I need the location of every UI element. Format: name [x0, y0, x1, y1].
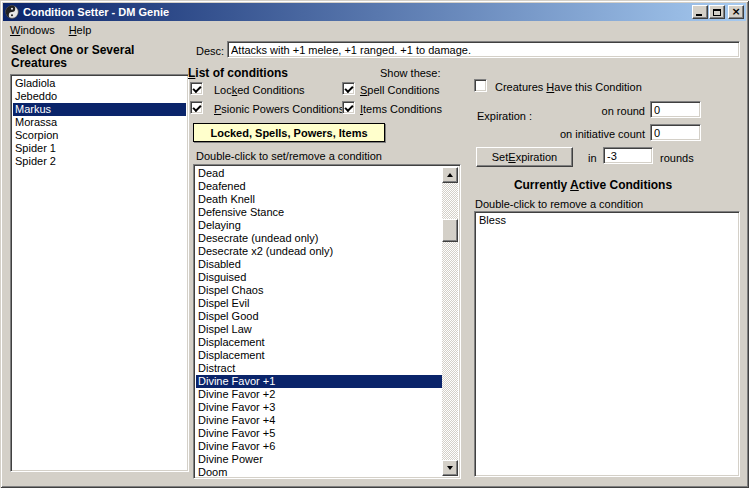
creature-list-item[interactable]: Markus: [13, 103, 186, 116]
desc-label: Desc:: [196, 45, 224, 57]
active-conditions-listbox[interactable]: Bless: [474, 211, 740, 477]
spell-conditions-label[interactable]: Spell Conditions: [360, 84, 440, 96]
psionic-powers-label[interactable]: Psionic Powers Conditions: [214, 103, 344, 115]
condition-list-item[interactable]: Defensive Stance: [196, 206, 442, 219]
menu-item-windows[interactable]: Windows: [3, 22, 62, 38]
scrollbar-thumb[interactable]: [442, 219, 458, 242]
condition-list-item[interactable]: Displacement: [196, 349, 442, 362]
scroll-up-button[interactable]: [442, 167, 458, 183]
condition-list-item[interactable]: Dispel Chaos: [196, 284, 442, 297]
creatures-listbox[interactable]: GladiolaJebeddoMarkusMorassaScorpionSpid…: [10, 74, 189, 472]
in-label: in: [588, 152, 597, 164]
maximize-icon: [713, 9, 721, 16]
condition-list-item[interactable]: Desecrate (undead only): [196, 232, 442, 245]
list-of-conditions-heading: List of conditions: [188, 67, 288, 79]
creature-list-item[interactable]: Spider 2: [13, 155, 186, 168]
maximize-button[interactable]: [709, 5, 725, 19]
locked-spells-powers-items-button[interactable]: Locked, Spells, Powers, Items: [193, 123, 385, 142]
condition-list-item[interactable]: Disguised: [196, 271, 442, 284]
scroll-up-icon: [447, 173, 453, 177]
condition-list-item[interactable]: Dispel Evil: [196, 297, 442, 310]
items-conditions-checkbox[interactable]: [342, 101, 355, 114]
on-round-input[interactable]: [650, 101, 701, 118]
creature-list-item[interactable]: Gladiola: [13, 77, 186, 90]
condition-list-item[interactable]: Divine Favor +3: [196, 401, 442, 414]
on-round-label: on round: [520, 105, 645, 117]
locked-conditions-checkbox[interactable]: [190, 82, 203, 95]
window-title: Condition Setter - DM Genie: [23, 6, 691, 18]
menu-item-help[interactable]: Help: [62, 22, 99, 38]
conditions-listbox[interactable]: DeadDeafenedDeath KnellDefensive StanceD…: [193, 164, 461, 479]
creature-list-item[interactable]: Scorpion: [13, 129, 186, 142]
conditions-hint: Double-click to set/remove a condition: [196, 150, 382, 162]
condition-list-item[interactable]: Disabled: [196, 258, 442, 271]
psionic-powers-checkbox[interactable]: [190, 101, 203, 114]
condition-list-item[interactable]: Dispel Good: [196, 310, 442, 323]
scroll-down-icon: [447, 466, 453, 470]
condition-list-item[interactable]: Displacement: [196, 336, 442, 349]
title-bar[interactable]: Condition Setter - DM Genie ×: [3, 3, 746, 21]
close-button[interactable]: ×: [728, 5, 744, 19]
creature-list-item[interactable]: Spider 1: [13, 142, 186, 155]
creatures-heading: Select One or Several Creatures: [11, 44, 151, 70]
minimize-icon: [696, 14, 702, 16]
locked-conditions-label[interactable]: Locked Conditions: [214, 84, 305, 96]
yin-yang-icon: [5, 5, 19, 19]
spell-conditions-checkbox[interactable]: [342, 82, 355, 95]
condition-list-item[interactable]: Delaying: [196, 219, 442, 232]
window: Condition Setter - DM Genie × Windows He…: [0, 0, 749, 488]
on-initiative-count-label: on initiative count: [520, 128, 645, 140]
desc-input[interactable]: [227, 41, 740, 58]
active-conditions-heading: Currently Active Conditions: [476, 179, 710, 191]
condition-list-item[interactable]: Desecrate x2 (undead only): [196, 245, 442, 258]
creature-list-item[interactable]: Morassa: [13, 116, 186, 129]
close-icon: ×: [731, 7, 740, 17]
show-these-label: Show these:: [380, 67, 441, 79]
condition-list-item[interactable]: Doom: [196, 466, 442, 476]
condition-list-item[interactable]: Divine Favor +1: [196, 375, 442, 388]
condition-list-item[interactable]: Dispel Law: [196, 323, 442, 336]
scroll-down-button[interactable]: [442, 460, 458, 476]
on-initiative-count-input[interactable]: [650, 124, 701, 141]
minimize-button[interactable]: [692, 5, 708, 19]
menu-bar: Windows Help: [3, 21, 98, 39]
creatures-have-condition-label[interactable]: Creatures Have this Condition: [495, 81, 642, 93]
items-conditions-label[interactable]: Items Conditions: [360, 103, 442, 115]
creature-list-item[interactable]: Jebeddo: [13, 90, 186, 103]
condition-list-item[interactable]: Divine Favor +2: [196, 388, 442, 401]
creatures-have-condition-checkbox[interactable]: [474, 79, 487, 92]
condition-list-item[interactable]: Divine Power: [196, 453, 442, 466]
conditions-scrollbar[interactable]: [442, 167, 458, 476]
in-rounds-input[interactable]: [603, 147, 653, 164]
condition-list-item[interactable]: Divine Favor +4: [196, 414, 442, 427]
condition-list-item[interactable]: Dead: [196, 167, 442, 180]
condition-list-item[interactable]: Death Knell: [196, 193, 442, 206]
condition-list-item[interactable]: Distract: [196, 362, 442, 375]
active-condition-list-item[interactable]: Bless: [477, 214, 737, 227]
active-conditions-hint: Double-click to remove a condition: [475, 198, 643, 210]
rounds-label: rounds: [660, 152, 694, 164]
set-expiration-button[interactable]: Set Expiration: [476, 147, 573, 167]
condition-list-item[interactable]: Deafened: [196, 180, 442, 193]
condition-list-item[interactable]: Divine Favor +5: [196, 427, 442, 440]
condition-list-item[interactable]: Divine Favor +6: [196, 440, 442, 453]
